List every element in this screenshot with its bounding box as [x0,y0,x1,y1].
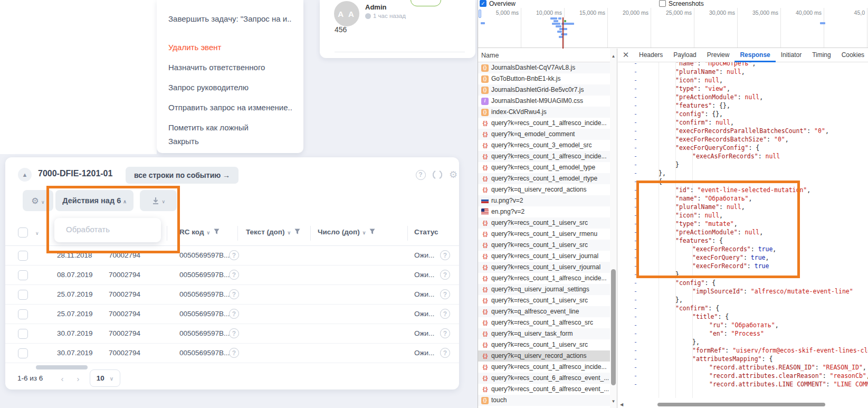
network-request-row[interactable]: {;}query?k=recs_count_1_uiserv_journal [478,251,617,262]
network-request-row[interactable]: {;}query?k=q_uiserv_journal_settings [478,284,617,295]
network-request-row[interactable]: {;}query?k=recs_count_1_emodel_rtype [478,173,617,184]
network-request-row[interactable]: {;}query?k=recs_count_1_alfresco_incide.… [478,362,617,373]
fold-marker-icon[interactable]: - [634,338,637,346]
question-icon[interactable]: ? [440,289,450,299]
fold-marker-icon[interactable]: - [634,135,637,144]
network-request-row[interactable]: {}JournalsDashlet-CqV7AvL8.js [478,62,617,73]
question-icon[interactable]: ? [440,309,450,319]
help-icon[interactable]: ? [415,169,426,181]
network-overview-timeline[interactable]: 5,000 ms10,000 ms15,000 ms20,000 ms25,00… [478,8,868,48]
response-json-viewer[interactable]: -"name": "Просмотреть",-"pluralName": nu… [618,62,868,404]
chevron-down-icon[interactable]: ∨ [35,231,39,236]
fold-marker-icon[interactable]: - [634,346,637,355]
next-page-button[interactable]: › [72,372,84,385]
fold-marker-icon[interactable]: - [634,262,637,270]
row-checkbox[interactable] [18,251,28,261]
name-column-header[interactable]: Name [478,49,617,62]
table-row[interactable]: 25.07.2019700027940050569597B...?Ожи...? [5,285,459,305]
fold-marker-icon[interactable]: - [634,329,637,338]
network-request-row[interactable]: {;}query?k=recs_count_1_uiserv_src [478,295,617,306]
network-request-row[interactable]: {;}query?k=recs_count_1_uiserv_rjournal [478,262,617,273]
network-request-row[interactable]: {;}query?k=recs_count_1_uiserv_rmenu [478,229,617,240]
table-settings-button[interactable]: ⚙ ∨ [23,190,53,211]
fold-marker-icon[interactable]: - [634,203,637,211]
column-header-number[interactable]: Число (доп)∨ [318,228,375,236]
screenshots-checkbox[interactable] [659,0,666,7]
network-request-row[interactable]: {;}query?k=q_uiserv_record_actions [478,184,617,195]
question-icon[interactable]: ? [440,250,450,260]
fold-marker-icon[interactable]: - [634,169,637,177]
column-header-text[interactable]: Текст (доп)∨ [246,228,300,236]
fold-marker-icon[interactable]: - [634,253,637,262]
all-rows-button[interactable]: все строки по событию → [126,167,239,184]
question-icon[interactable]: ? [440,270,450,280]
fold-marker-icon[interactable]: - [634,211,637,220]
page-size-select[interactable]: 10∨ [90,369,120,387]
response-horizontal-scrollbar[interactable] [657,403,825,406]
timeline-selection-handle[interactable] [479,10,481,18]
horizontal-scrollbar[interactable] [36,365,88,369]
fold-marker-icon[interactable]: - [634,228,637,236]
fold-marker-icon[interactable]: - [634,304,637,312]
network-request-row[interactable]: {;}query?k=recs_count_1_alfresco_incide.… [478,151,617,162]
network-request-row[interactable]: ru.png?v=2 [478,195,617,206]
menu-item-process[interactable]: Обработать [54,218,161,234]
close-icon[interactable]: ✕ [618,50,634,60]
tab-preview[interactable]: Preview [702,48,735,62]
network-request-row[interactable]: {}index-CkVdRwu4.js [478,107,617,118]
network-request-row[interactable]: {;}query?k=recs_count_1_alfresco_incide.… [478,118,617,129]
column-header-rc[interactable]: RC код∨ [179,228,220,236]
network-request-row[interactable]: {}touch [478,395,617,406]
collapse-button[interactable]: ▲ [18,168,32,182]
context-menu-item[interactable]: Назначить ответственного [168,58,292,77]
network-request-row[interactable]: {;}query?k=recs_count_3_emodel_src [478,140,617,151]
table-row[interactable]: 25.07.2019700027940050569597B...?Ожи...? [5,305,459,324]
fold-marker-icon[interactable]: - [634,62,637,68]
fold-marker-icon[interactable]: - [634,144,637,152]
fold-marker-icon[interactable]: - [634,118,637,127]
hscroll-left-icon[interactable]: ◀ [620,402,623,407]
fold-marker-icon[interactable]: - [634,127,637,135]
question-icon[interactable]: ? [229,250,239,260]
gear-icon[interactable]: ⚙ [447,169,459,181]
tab-cookies[interactable]: Cookies [836,48,868,62]
network-request-row[interactable]: {;}query?k=recs_count_1_alfresco_src [478,317,617,328]
overview-checkbox[interactable]: ✓ [480,0,487,7]
context-menu-item[interactable]: Удалить эвент [168,38,292,57]
tab-headers[interactable]: Headers [634,48,668,62]
fold-marker-icon[interactable]: - [634,321,637,329]
tab-timing[interactable]: Timing [807,48,836,62]
fold-marker-icon[interactable]: - [634,363,637,372]
network-request-row[interactable]: en.png?v=2 [478,206,617,217]
network-request-row[interactable]: {;}query?k=q_uiserv_record_actions [478,350,617,362]
network-request-row[interactable]: {}GoToButton-BnbE1-kk.js [478,73,617,84]
fold-marker-icon[interactable]: - [634,160,637,169]
fold-marker-icon[interactable]: - [634,287,637,296]
tab-response[interactable]: Response [735,48,775,62]
network-request-row[interactable]: {}JournalsDashletGrid-Be5vc0r7.js [478,84,617,96]
row-checkbox[interactable] [18,270,28,280]
network-request-row[interactable]: {;}query?k=q_alfresco_event_line [478,306,617,317]
network-request-row[interactable]: {;}query?k=q_emodel_comment [478,129,617,140]
fold-marker-icon[interactable]: - [634,380,637,388]
scroll-down-icon[interactable]: ▼ [611,399,616,404]
fold-marker-icon[interactable]: - [634,270,637,279]
fold-marker-icon[interactable]: - [634,355,637,363]
fold-marker-icon[interactable]: - [634,236,637,245]
network-request-row[interactable]: {;}query?k=recs_count_1_alfresco_incide.… [478,273,617,284]
fold-marker-icon[interactable]: - [634,186,637,194]
fold-marker-icon[interactable]: - [634,110,637,118]
fold-marker-icon[interactable]: - [634,101,637,110]
context-menu-item[interactable]: Запрос руководителю [168,78,292,97]
column-header-status[interactable]: Статус [414,228,438,236]
context-menu-item[interactable]: Завершить задачу: "Запрос на и... [168,10,292,29]
network-request-row[interactable]: {;}query?k=q_uiserv_task_form [478,328,617,339]
table-row[interactable]: 28.11.2018700027940050569597B...?Ожи...? [5,246,459,265]
network-request-row[interactable]: /JournalsDashlet-M9UAGIM0.css [478,96,617,107]
question-icon[interactable]: ? [229,328,239,338]
fold-marker-icon[interactable]: - [634,177,637,186]
fold-marker-icon[interactable]: - [634,93,637,101]
fold-marker-icon[interactable]: - [634,279,637,287]
fold-marker-icon[interactable]: - [634,84,637,93]
network-request-row[interactable]: {;}query?k=recs_count_1_uiserv_src [478,217,617,229]
